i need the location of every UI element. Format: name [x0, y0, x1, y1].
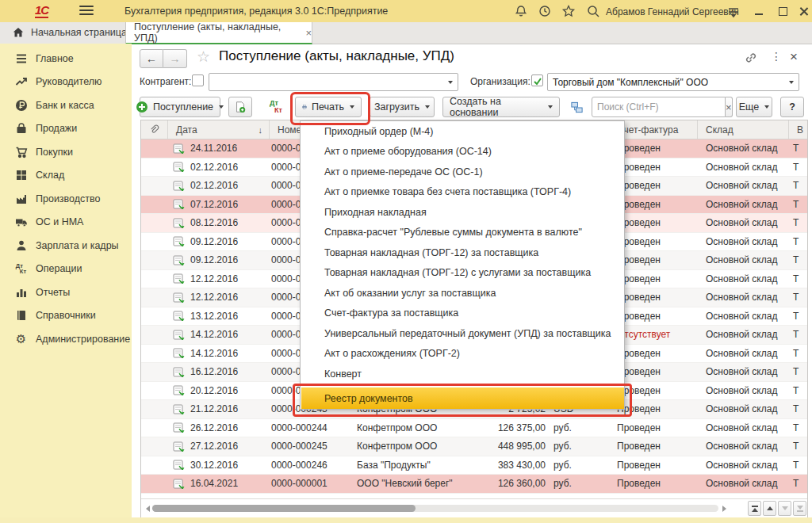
- notifications-bell-icon[interactable]: [514, 4, 528, 18]
- scrollbar-track[interactable]: [152, 505, 718, 512]
- related-documents-button[interactable]: [566, 97, 587, 117]
- more-button[interactable]: Еще: [736, 97, 772, 117]
- warehouse-cell: Основной склад: [698, 270, 789, 288]
- help-button[interactable]: ?: [780, 97, 804, 117]
- sidebar-item-cart[interactable]: Покупки: [0, 140, 132, 164]
- go-last-row-button[interactable]: [793, 501, 806, 516]
- sidebar-item-truck[interactable]: ОС и НМА: [0, 211, 132, 235]
- currency-cell: руб.: [549, 437, 609, 456]
- sidebar-item-factory[interactable]: Производство: [0, 187, 132, 211]
- create-based-on-button[interactable]: Создать на основании: [442, 97, 560, 117]
- date-cell: 30.12.2016: [168, 456, 270, 475]
- sidebar-item-chart[interactable]: Отчеты: [0, 281, 132, 304]
- table-row[interactable]: 27.12.2016 0000-000245 Конфетпром ООО 44…: [141, 437, 807, 456]
- number-cell: 0000-000001: [270, 475, 349, 493]
- minimize-button[interactable]: [753, 5, 766, 17]
- extra-cell: Т: [789, 288, 807, 307]
- print-menu-item[interactable]: Акт о расхождениях (ТОРГ-2): [301, 344, 624, 365]
- print-menu-item[interactable]: Товарная накладная (ТОРГ-12) за поставщи…: [301, 242, 624, 263]
- print-menu-item[interactable]: Акт о приеме-передаче ОС (ОС-1): [301, 162, 624, 182]
- go-first-row-button[interactable]: [748, 501, 761, 516]
- table-row[interactable]: 16.04.2021 0000-000001 ООО "Невский бере…: [141, 475, 807, 494]
- invoice-status-cell: Проведен: [609, 456, 698, 475]
- posted-document-icon: [173, 255, 185, 265]
- show-postings-button[interactable]: ДтКт: [263, 97, 289, 117]
- posted-document-icon: [173, 143, 185, 154]
- forward-button[interactable]: →: [163, 49, 187, 68]
- window-titlebar: 1С Бухгалтерия предприятия, редакция 3.0…: [0, 0, 812, 23]
- combo-caret-icon[interactable]: [784, 81, 799, 84]
- print-menu-item[interactable]: Универсальный передаточный документ (УПД…: [301, 323, 624, 344]
- sidebar-item-menu[interactable]: Главное: [0, 47, 132, 71]
- posted-document-icon: [173, 236, 185, 246]
- print-menu-item[interactable]: Акт о приеме оборудования (ОС-14): [301, 142, 624, 162]
- 1c-logo: 1С: [35, 3, 48, 18]
- posted-document-icon: [173, 441, 185, 452]
- sidebar-item-trend[interactable]: Руководителю: [0, 71, 132, 94]
- load-button[interactable]: Загрузить: [370, 97, 435, 117]
- scrollbar-thumb[interactable]: [152, 505, 416, 512]
- counterparty-checkbox[interactable]: [192, 74, 204, 86]
- tab-close-icon[interactable]: [305, 28, 312, 38]
- counterparty-combobox[interactable]: [209, 73, 458, 91]
- tab-receipts-active[interactable]: Поступление (акты, накладные, УПД): [125, 22, 312, 44]
- warehouse-column-header[interactable]: Склад: [698, 120, 789, 139]
- sidebar-item-grid[interactable]: Склад: [0, 164, 132, 188]
- print-menu-item[interactable]: Акт об оказании услуг за поставщика: [301, 283, 624, 303]
- extra-column-header[interactable]: В: [789, 120, 807, 139]
- attach-cell: [141, 214, 168, 232]
- current-user[interactable]: Абрамов Геннадий Сергеевич: [606, 6, 739, 17]
- back-button[interactable]: ←: [140, 49, 163, 68]
- sum-cell: 126 375,00: [493, 419, 549, 437]
- print-menu-item[interactable]: Приходный ордер (М-4): [301, 121, 624, 142]
- scroll-left-icon[interactable]: [146, 506, 150, 512]
- search-input[interactable]: [592, 97, 726, 117]
- attach-cell: [141, 382, 168, 400]
- get-link-icon[interactable]: [744, 51, 758, 65]
- close-form-icon[interactable]: [790, 49, 804, 63]
- organization-combobox[interactable]: Торговый дом "Комплексный" ООО: [547, 73, 799, 91]
- service-menu-icon[interactable]: [726, 4, 741, 18]
- sidebar-item-bag[interactable]: Продажи: [0, 117, 132, 141]
- print-menu-item-registry[interactable]: Реестр документов: [301, 387, 624, 409]
- new-receipt-button[interactable]: Поступление: [140, 97, 220, 117]
- print-menu-item[interactable]: Счет-фактура за поставщика: [301, 303, 624, 324]
- print-menu-item[interactable]: Акт о приемке товара без счета поставщик…: [301, 182, 624, 203]
- search-clear-icon[interactable]: [726, 97, 733, 117]
- maximize-button[interactable]: [777, 5, 790, 17]
- sidebar-item-person[interactable]: Зарплата и кадры: [0, 234, 132, 258]
- attachment-column-header[interactable]: [141, 120, 168, 139]
- more-actions-kebab-icon[interactable]: ⋮: [771, 50, 785, 64]
- organization-checkbox[interactable]: [531, 74, 543, 86]
- date-cell: 27.12.2016: [168, 437, 270, 456]
- close-window-button[interactable]: [798, 5, 810, 17]
- combo-caret-icon[interactable]: [443, 81, 458, 84]
- row-navigation-buttons: [748, 501, 806, 516]
- history-icon[interactable]: [538, 4, 552, 18]
- sidebar-item-dtkt[interactable]: ДтКт Операции: [0, 258, 132, 281]
- table-row[interactable]: 30.12.2016 0000-000246 База "Продукты" 3…: [141, 456, 807, 475]
- print-menu-item[interactable]: Приходная накладная: [301, 202, 624, 223]
- print-menu-item[interactable]: Справка-расчет "Рублевые суммы документа…: [301, 223, 624, 243]
- sidebar-item-book[interactable]: Справочники: [0, 304, 132, 328]
- scroll-right-icon[interactable]: [722, 506, 726, 512]
- sidebar-item-gear[interactable]: ⚙ Администрирование: [0, 327, 132, 351]
- sidebar-item-ruble[interactable]: Банк и касса: [0, 94, 132, 117]
- main-menu-icon[interactable]: [79, 6, 94, 16]
- add-to-favorites-star-icon[interactable]: ☆: [197, 48, 210, 66]
- table-row[interactable]: 26.12.2016 0000-000244 Конфетпром ООО 12…: [141, 419, 807, 438]
- favorites-star-icon[interactable]: [561, 4, 576, 18]
- go-next-row-button[interactable]: [778, 501, 791, 516]
- tab-home-page[interactable]: Начальная страница: [0, 22, 138, 43]
- extra-cell: Т: [789, 400, 807, 418]
- date-column-header[interactable]: Дата: [168, 120, 270, 139]
- go-previous-row-button[interactable]: [763, 501, 776, 516]
- copy-document-button[interactable]: [228, 97, 252, 117]
- cart-icon: [14, 145, 28, 158]
- date-cell: 20.12.2016: [168, 382, 270, 400]
- global-search-icon[interactable]: [586, 4, 600, 18]
- attach-cell: [141, 475, 168, 493]
- print-menu-item[interactable]: Конверт: [301, 364, 624, 384]
- print-menu-item[interactable]: Товарная накладная (ТОРГ-12) с услугами …: [301, 263, 624, 284]
- print-button[interactable]: Печать: [295, 97, 362, 117]
